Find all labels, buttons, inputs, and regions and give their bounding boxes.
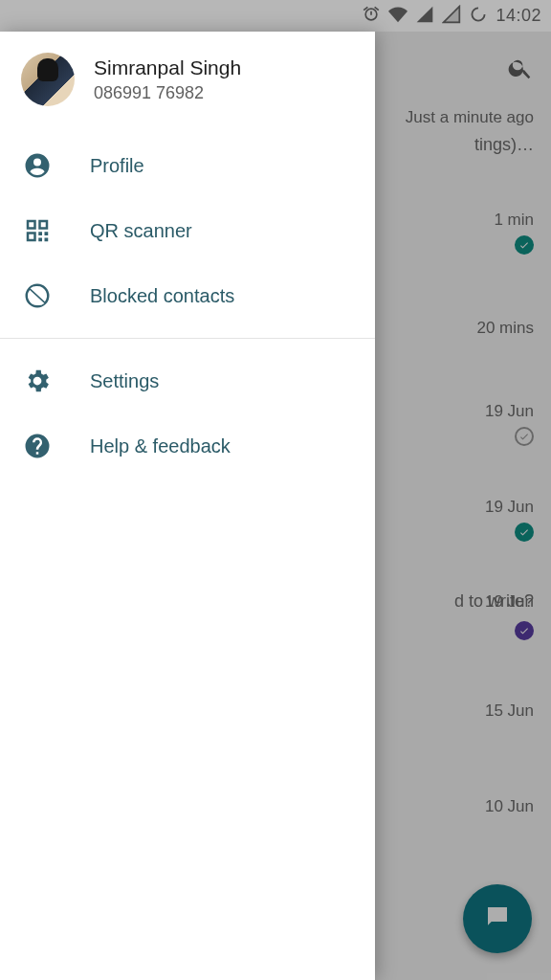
signal-icon (415, 5, 434, 28)
nav-blocked-contacts[interactable]: Blocked contacts (0, 263, 375, 328)
wifi-icon (388, 5, 408, 28)
nav-drawer: Simranpal Singh 086991 76982 Profile QR … (0, 32, 375, 980)
spinner-icon (469, 5, 488, 28)
person-icon (21, 151, 54, 180)
nav-profile[interactable]: Profile (0, 133, 375, 198)
nav-help-feedback[interactable]: Help & feedback (0, 413, 375, 479)
alarm-icon (362, 5, 381, 28)
drawer-section-main: Profile QR scanner Blocked contacts (0, 123, 375, 338)
profile-phone: 086991 76982 (94, 83, 241, 103)
nav-qr-scanner[interactable]: QR scanner (0, 198, 375, 263)
help-icon (21, 432, 54, 460)
blocked-icon (21, 281, 54, 310)
nav-settings[interactable]: Settings (0, 348, 375, 413)
nav-label: QR scanner (90, 220, 192, 242)
nav-label: Help & feedback (90, 435, 231, 457)
nav-label: Settings (90, 370, 159, 392)
avatar (21, 53, 75, 106)
status-bar: 14:02 (0, 0, 551, 32)
signal-no-icon (442, 5, 461, 28)
nav-label: Blocked contacts (90, 285, 234, 307)
gear-icon (21, 367, 54, 395)
drawer-header[interactable]: Simranpal Singh 086991 76982 (0, 32, 375, 123)
nav-label: Profile (90, 155, 144, 177)
drawer-section-secondary: Settings Help & feedback (0, 339, 375, 488)
profile-name: Simranpal Singh (94, 56, 241, 79)
status-clock: 14:02 (496, 6, 541, 26)
qr-icon (21, 216, 54, 245)
